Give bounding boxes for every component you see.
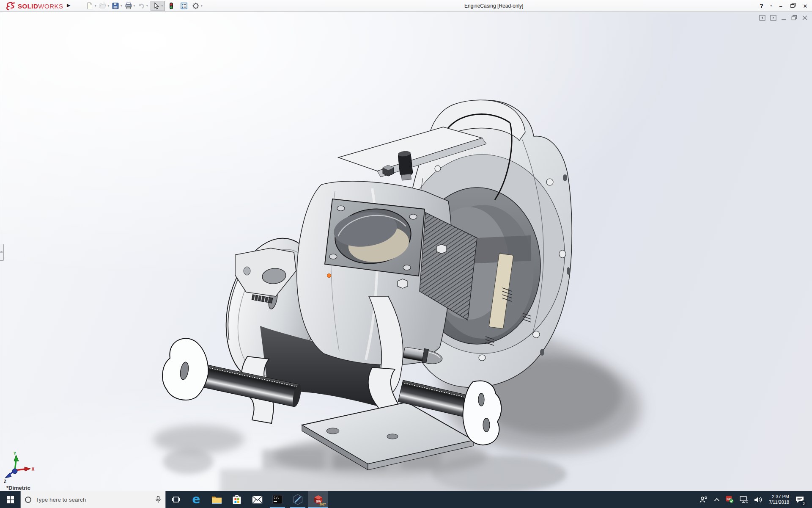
taskbar-app-command-prompt[interactable]: C:\ bbox=[267, 491, 288, 508]
new-document-icon bbox=[86, 2, 93, 10]
task-view-button[interactable] bbox=[166, 491, 186, 508]
brand-wordmark: SOLIDWORKS bbox=[18, 3, 63, 10]
windows-logo-icon bbox=[7, 496, 14, 503]
properties-button[interactable] bbox=[180, 2, 188, 10]
speaker-icon bbox=[754, 496, 763, 503]
undo-button[interactable]: ▾ bbox=[137, 2, 148, 10]
brand-bold: SOLID bbox=[18, 3, 38, 10]
solidworks-tray-button[interactable]: SW bbox=[723, 491, 737, 508]
start-button[interactable] bbox=[0, 491, 20, 508]
select-cursor-icon bbox=[153, 2, 160, 10]
gear-icon bbox=[192, 2, 200, 10]
select-tool-button[interactable]: ▾ bbox=[151, 1, 165, 11]
engine-casing-model bbox=[0, 12, 812, 491]
triad-y-label: Y bbox=[14, 452, 16, 456]
people-button[interactable] bbox=[697, 491, 711, 508]
restore-icon bbox=[790, 3, 796, 8]
origin-marker[interactable] bbox=[327, 274, 331, 278]
dropdown-arrow-icon[interactable]: ▾ bbox=[146, 4, 148, 8]
open-button[interactable]: ▾ bbox=[99, 2, 110, 10]
clock[interactable]: 2:37 PM 7/11/2018 bbox=[765, 494, 793, 505]
undo-icon bbox=[137, 2, 145, 10]
dropdown-arrow-icon[interactable]: ▾ bbox=[108, 4, 110, 8]
titlebar: SOLIDWORKS ▶ ▾ ▾ bbox=[0, 0, 812, 12]
sw-year: 2017 bbox=[320, 503, 326, 506]
dropdown-arrow-icon[interactable]: ▾ bbox=[95, 4, 96, 8]
document-title: EngineCasing [Read-only] bbox=[464, 3, 523, 9]
taskbar-app-solidworks[interactable]: SW 2017 bbox=[308, 491, 328, 508]
taskbar-app-edge[interactable]: e bbox=[186, 491, 206, 508]
open-folder-icon bbox=[99, 2, 107, 10]
cortana-icon bbox=[25, 497, 31, 503]
file-explorer-icon bbox=[211, 495, 222, 504]
system-tray: SW 2:3 bbox=[697, 491, 812, 508]
properties-list-icon bbox=[180, 2, 188, 10]
hexagon-app-icon bbox=[293, 494, 303, 505]
volume-button[interactable] bbox=[751, 491, 765, 508]
toolbar-flyout-arrow[interactable]: ▶ bbox=[67, 3, 70, 8]
taskbar-app-store[interactable] bbox=[227, 491, 247, 508]
options-button[interactable]: ▾ bbox=[192, 2, 203, 10]
standard-toolbar: ▾ ▾ ▾ bbox=[86, 1, 205, 11]
taskbar-app-mail[interactable] bbox=[247, 491, 267, 508]
save-floppy-icon bbox=[112, 2, 119, 10]
close-button[interactable]: ✕ bbox=[802, 3, 809, 9]
microphone-icon[interactable] bbox=[155, 496, 161, 503]
dropdown-arrow-icon[interactable]: ▾ bbox=[121, 4, 122, 8]
search-placeholder: Type here to search bbox=[36, 497, 151, 503]
rebuild-button[interactable] bbox=[167, 2, 175, 10]
edge-icon: e bbox=[192, 494, 200, 505]
chevron-up-icon bbox=[714, 498, 720, 502]
task-view-icon bbox=[172, 496, 180, 503]
dropdown-arrow-icon[interactable]: ▾ bbox=[134, 4, 135, 8]
minimize-button[interactable]: – bbox=[777, 3, 784, 9]
notification-badge: 3 bbox=[801, 500, 807, 506]
dassault-logo-icon bbox=[5, 1, 16, 11]
taskbar-app-hexagon[interactable] bbox=[288, 491, 308, 508]
tray-date: 7/11/2018 bbox=[769, 500, 789, 505]
taskbar: Type here to search e bbox=[0, 491, 812, 508]
action-center-button[interactable]: 3 bbox=[793, 491, 807, 508]
print-button[interactable]: ▾ bbox=[125, 2, 135, 10]
save-button[interactable]: ▾ bbox=[112, 2, 122, 10]
triad-x-label: X bbox=[32, 467, 35, 472]
brand-light: WORKS bbox=[38, 3, 63, 10]
network-button[interactable] bbox=[737, 491, 751, 508]
hex-bolt bbox=[383, 165, 394, 176]
graphics-area[interactable]: Y X Z *Dimetric bbox=[0, 12, 812, 491]
store-icon bbox=[232, 494, 241, 505]
taskbar-app-file-explorer[interactable] bbox=[206, 491, 227, 508]
people-icon bbox=[700, 496, 708, 503]
solidworks-tray-icon: SW bbox=[726, 496, 734, 503]
ignition-cap bbox=[398, 151, 413, 181]
command-prompt-icon: C:\ bbox=[272, 495, 283, 504]
network-icon bbox=[740, 496, 748, 503]
tray-time: 2:37 PM bbox=[769, 494, 789, 500]
orientation-triad: Y X Z bbox=[1, 452, 36, 484]
tray-overflow-button[interactable] bbox=[711, 491, 723, 508]
solidworks-logo: SOLIDWORKS bbox=[5, 1, 63, 11]
taskbar-search[interactable]: Type here to search bbox=[20, 491, 166, 508]
new-document-button[interactable]: ▾ bbox=[86, 2, 96, 10]
traffic-light-icon bbox=[167, 2, 175, 10]
solidworks-window: SOLIDWORKS ▶ ▾ ▾ bbox=[0, 0, 812, 508]
mail-icon bbox=[252, 496, 263, 504]
triad-z-label: Z bbox=[4, 479, 6, 484]
dropdown-arrow-icon[interactable]: ▾ bbox=[201, 4, 203, 8]
window-controls: ? ▾ – ✕ bbox=[758, 0, 809, 12]
help-button[interactable]: ? bbox=[758, 3, 765, 9]
cmd-prompt-text: C:\ bbox=[274, 496, 279, 500]
restore-button[interactable] bbox=[790, 3, 796, 9]
dropdown-arrow-icon[interactable]: ▾ bbox=[162, 4, 163, 8]
help-dropdown-icon[interactable]: ▾ bbox=[770, 4, 772, 8]
view-orientation-label: *Dimetric bbox=[6, 485, 30, 491]
print-icon bbox=[125, 2, 132, 10]
